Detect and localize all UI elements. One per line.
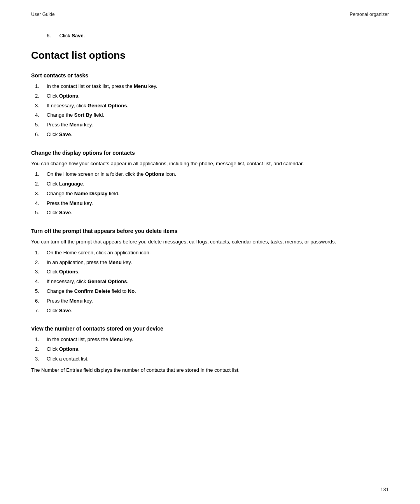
steps-list-view-count: 1.In the contact list, press the Menu ke… [31,336,389,363]
step-item: 2.Click Options. [31,345,389,354]
step-item: 1.In the contact list or task list, pres… [31,82,389,91]
step-text: Click a contact list. [47,355,389,363]
step-number: 4. [31,111,47,119]
step-number: 3. [31,190,47,198]
step-number: 2. [31,259,47,267]
page-number: 131 [380,486,389,492]
subsection-title-view-count: View the number of contacts stored on yo… [31,326,389,332]
intro-step: 6. Click Save. [31,33,389,38]
step-item: 1.On the Home screen, click an applicati… [31,249,389,257]
step-item: 6.Click Save. [31,131,389,139]
section-sort: Sort contacts or tasks1.In the contact l… [31,72,389,139]
step-item: 3.Change the Name Display field. [31,190,389,198]
step-item: 7.Click Save. [31,307,389,315]
subsection-title-prompt: Turn off the prompt that appears before … [31,228,389,234]
step-number: 5. [31,121,47,129]
step-text: Click Options. [47,268,389,276]
step-text: Change the Sort By field. [47,111,389,119]
step-number: 7. [31,307,47,315]
step-text: On the Home screen or in a folder, click… [47,170,389,178]
step-number: 2. [31,345,47,354]
step-item: 2.In an application, press the Menu key. [31,259,389,267]
step-text: If necessary, click General Options. [47,102,389,110]
steps-list-sort: 1.In the contact list or task list, pres… [31,82,389,139]
step-text: Change the Confirm Delete field to No. [47,287,389,296]
step-number: 1. [31,249,47,257]
step-text: Click Options. [47,92,389,100]
step-number: 1. [31,170,47,178]
step-text: In the contact list, press the Menu key. [47,336,389,344]
step-text: Click Save. [47,307,389,315]
step-text: Click Language. [47,180,389,188]
step-item: 5.Press the Menu key. [31,121,389,129]
step-number: 3. [31,355,47,363]
step-number: 3. [31,268,47,276]
step-item: 5.Change the Confirm Delete field to No. [31,287,389,296]
step-item: 5.Click Save. [31,209,389,217]
step-number: 4. [31,200,47,208]
step-text: Press the Menu key. [47,121,389,129]
step-item: 4.If necessary, click General Options. [31,278,389,286]
step-number: 1. [31,336,47,344]
subsection-title-sort: Sort contacts or tasks [31,72,389,79]
header-left: User Guide [31,12,55,17]
step-text: Press the Menu key. [47,200,389,208]
step-item: 4.Change the Sort By field. [31,111,389,119]
step-item: 4.Press the Menu key. [31,200,389,208]
step-number: 3. [31,102,47,110]
step-number: 5. [31,287,47,296]
section-view-count: View the number of contacts stored on yo… [31,326,389,374]
page-footer: 131 [380,486,389,492]
step-number: 5. [31,209,47,217]
intro-step-num: 6. [47,33,51,38]
step-text: If necessary, click General Options. [47,278,389,286]
step-text: Click Save. [47,131,389,139]
header-right: Personal organizer [350,12,389,17]
step-item: 3.If necessary, click General Options. [31,102,389,110]
step-item: 3.Click a contact list. [31,355,389,363]
step-text: Click Save. [47,209,389,217]
step-number: 1. [31,82,47,91]
step-item: 2.Click Language. [31,180,389,188]
section-note-view-count: The Number of Entries field displays the… [31,366,389,374]
step-text: In an application, press the Menu key. [47,259,389,267]
step-text: Press the Menu key. [47,297,389,305]
section-prompt: Turn off the prompt that appears before … [31,228,389,315]
step-item: 1.On the Home screen or in a folder, cli… [31,170,389,178]
section-display: Change the display options for contactsY… [31,150,389,217]
page-header: User Guide Personal organizer [31,12,389,17]
intro-text-prompt: You can turn off the prompt that appears… [31,238,389,246]
steps-list-display: 1.On the Home screen or in a folder, cli… [31,170,389,217]
subsection-title-display: Change the display options for contacts [31,150,389,156]
sections-container: Sort contacts or tasks1.In the contact l… [31,72,389,374]
step-text: In the contact list or task list, press … [47,82,389,91]
step-text: Change the Name Display field. [47,190,389,198]
step-item: 6.Press the Menu key. [31,297,389,305]
step-number: 6. [31,297,47,305]
step-number: 4. [31,278,47,286]
intro-text-display: You can change how your contacts appear … [31,160,389,168]
step-number: 6. [31,131,47,139]
step-item: 3.Click Options. [31,268,389,276]
step-text: On the Home screen, click an application… [47,249,389,257]
step-item: 1.In the contact list, press the Menu ke… [31,336,389,344]
step-number: 2. [31,180,47,188]
step-item: 2.Click Options. [31,92,389,100]
step-number: 2. [31,92,47,100]
steps-list-prompt: 1.On the Home screen, click an applicati… [31,249,389,315]
intro-step-text: Click Save. [60,33,85,38]
step-text: Click Options. [47,345,389,354]
main-title: Contact list options [31,49,389,61]
